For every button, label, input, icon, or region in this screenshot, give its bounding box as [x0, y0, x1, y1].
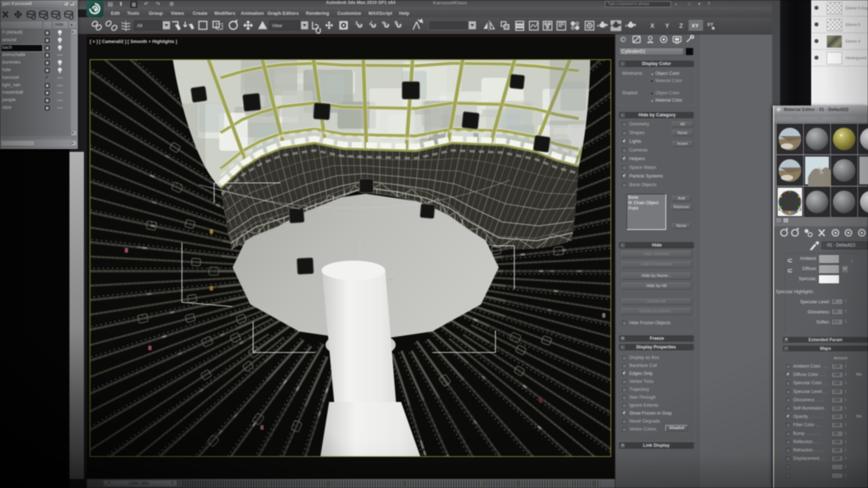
svg-text:View: View — [272, 23, 282, 28]
svg-text:Z: Z — [679, 22, 683, 29]
svg-text:All: All — [137, 23, 142, 28]
svg-text:Y: Y — [665, 22, 669, 29]
svg-text:XY: XY — [707, 22, 714, 27]
svg-text:XY: XY — [692, 22, 699, 29]
svg-text:X: X — [650, 22, 655, 29]
